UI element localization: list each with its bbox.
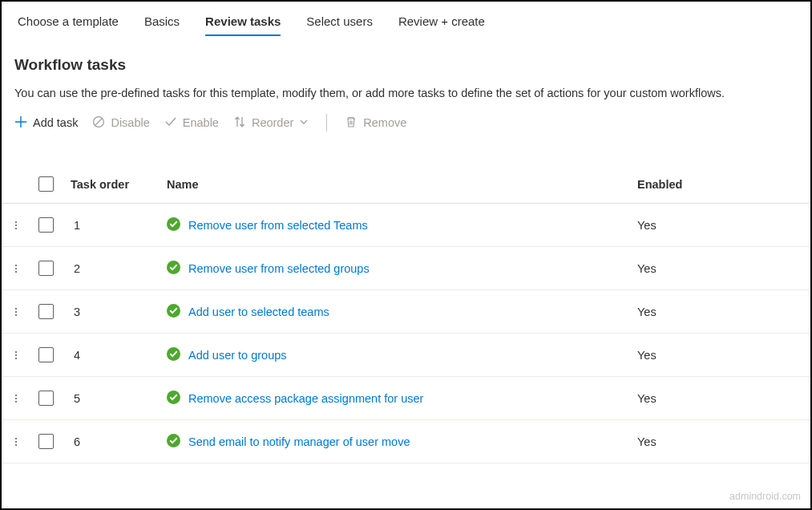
drag-handle-icon[interactable] bbox=[14, 349, 38, 362]
tab-basics[interactable]: Basics bbox=[144, 10, 180, 36]
name-cell: Remove user from selected groups bbox=[167, 261, 637, 277]
task-link[interactable]: Send email to notify manager of user mov… bbox=[188, 435, 410, 448]
table-row: 1Remove user from selected TeamsYes bbox=[2, 204, 810, 247]
svg-point-8 bbox=[15, 270, 17, 272]
tab-review-tasks[interactable]: Review tasks bbox=[205, 10, 281, 36]
enabled-value: Yes bbox=[637, 435, 798, 448]
enabled-value: Yes bbox=[637, 219, 798, 232]
task-order: 6 bbox=[71, 435, 167, 448]
svg-point-19 bbox=[15, 397, 17, 399]
trash-icon bbox=[345, 115, 358, 131]
table-row: 2Remove user from selected groupsYes bbox=[2, 247, 810, 290]
tab-select-users[interactable]: Select users bbox=[306, 10, 373, 36]
task-link[interactable]: Remove access package assignment for use… bbox=[188, 392, 423, 405]
enabled-value: Yes bbox=[637, 306, 798, 318]
row-checkbox[interactable] bbox=[38, 217, 54, 233]
task-link[interactable]: Remove user from selected Teams bbox=[188, 219, 368, 232]
drag-handle-icon[interactable] bbox=[14, 392, 38, 405]
select-all-cell bbox=[38, 176, 71, 192]
page-title: Workflow tasks bbox=[2, 37, 810, 80]
table-row: 6Send email to notify manager of user mo… bbox=[2, 420, 810, 463]
disable-button: Disable bbox=[92, 115, 149, 131]
reorder-icon bbox=[233, 115, 246, 131]
svg-point-18 bbox=[15, 394, 17, 395]
row-checkbox[interactable] bbox=[38, 434, 54, 449]
checkbox-cell bbox=[38, 304, 71, 319]
checkmark-icon bbox=[164, 115, 177, 131]
task-order: 4 bbox=[71, 349, 167, 362]
prohibit-icon bbox=[92, 115, 105, 131]
chevron-down-icon bbox=[299, 116, 309, 129]
table-row: 4Add user to groupsYes bbox=[2, 334, 810, 377]
svg-point-10 bbox=[15, 307, 17, 309]
svg-point-2 bbox=[15, 221, 17, 222]
svg-point-24 bbox=[15, 443, 17, 445]
table-row: 5Remove access package assignment for us… bbox=[2, 377, 810, 420]
checkbox-cell bbox=[38, 261, 71, 276]
task-order: 2 bbox=[71, 262, 167, 275]
tab-choose-template[interactable]: Choose a template bbox=[18, 10, 119, 36]
checkbox-cell bbox=[38, 347, 71, 362]
drag-handle-icon[interactable] bbox=[14, 306, 38, 318]
checkbox-cell bbox=[38, 434, 71, 449]
task-link[interactable]: Remove user from selected groups bbox=[188, 262, 370, 275]
success-icon bbox=[167, 434, 180, 450]
plus-icon bbox=[14, 115, 27, 131]
enabled-header: Enabled bbox=[637, 178, 798, 191]
svg-line-1 bbox=[95, 118, 103, 125]
tab-review-create[interactable]: Review + create bbox=[398, 10, 485, 36]
svg-point-6 bbox=[15, 264, 17, 265]
row-checkbox[interactable] bbox=[38, 304, 54, 319]
svg-point-16 bbox=[15, 357, 17, 358]
row-checkbox[interactable] bbox=[38, 261, 54, 276]
remove-label: Remove bbox=[363, 116, 406, 129]
svg-point-3 bbox=[15, 224, 17, 225]
drag-handle-icon[interactable] bbox=[14, 435, 38, 448]
tabs: Choose a template Basics Review tasks Se… bbox=[2, 2, 810, 37]
checkbox-cell bbox=[38, 217, 71, 233]
enable-label: Enable bbox=[183, 116, 219, 129]
drag-handle-icon[interactable] bbox=[14, 219, 38, 232]
success-icon bbox=[167, 261, 180, 277]
drag-handle-icon[interactable] bbox=[14, 262, 38, 275]
task-link[interactable]: Add user to groups bbox=[188, 349, 287, 362]
disable-label: Disable bbox=[111, 116, 149, 129]
svg-point-4 bbox=[15, 227, 17, 229]
success-icon bbox=[167, 304, 180, 320]
svg-point-7 bbox=[15, 267, 17, 269]
add-task-button[interactable]: Add task bbox=[14, 115, 78, 131]
enabled-value: Yes bbox=[637, 262, 798, 275]
table-body: 1Remove user from selected TeamsYes2Remo… bbox=[2, 204, 810, 463]
svg-point-23 bbox=[15, 440, 17, 442]
row-checkbox[interactable] bbox=[38, 347, 54, 362]
svg-point-14 bbox=[15, 350, 17, 352]
success-icon bbox=[167, 347, 180, 363]
toolbar-separator bbox=[326, 114, 327, 132]
svg-point-12 bbox=[15, 314, 17, 315]
toolbar: Add task Disable Enable Reorder Remove bbox=[2, 114, 810, 143]
svg-point-20 bbox=[15, 400, 17, 402]
table-row: 3Add user to selected teamsYes bbox=[2, 290, 810, 334]
name-cell: Remove access package assignment for use… bbox=[167, 391, 637, 407]
svg-point-11 bbox=[15, 310, 17, 312]
table-header: Task order Name Enabled bbox=[2, 165, 810, 204]
svg-point-22 bbox=[15, 437, 17, 439]
name-header: Name bbox=[167, 178, 637, 191]
remove-button: Remove bbox=[345, 115, 406, 131]
select-all-checkbox[interactable] bbox=[38, 176, 54, 192]
task-link[interactable]: Add user to selected teams bbox=[188, 306, 329, 318]
row-checkbox[interactable] bbox=[38, 391, 54, 406]
svg-point-15 bbox=[15, 354, 17, 355]
task-order: 5 bbox=[71, 392, 167, 405]
name-cell: Remove user from selected Teams bbox=[167, 217, 637, 233]
success-icon bbox=[167, 217, 180, 233]
checkbox-cell bbox=[38, 391, 71, 406]
task-order-header: Task order bbox=[71, 178, 167, 191]
enabled-value: Yes bbox=[637, 392, 798, 405]
enable-button: Enable bbox=[164, 115, 219, 131]
success-icon bbox=[167, 391, 180, 407]
task-order: 3 bbox=[71, 306, 167, 318]
watermark: admindroid.com bbox=[729, 491, 801, 502]
add-task-label: Add task bbox=[33, 116, 78, 129]
name-cell: Send email to notify manager of user mov… bbox=[167, 434, 637, 450]
